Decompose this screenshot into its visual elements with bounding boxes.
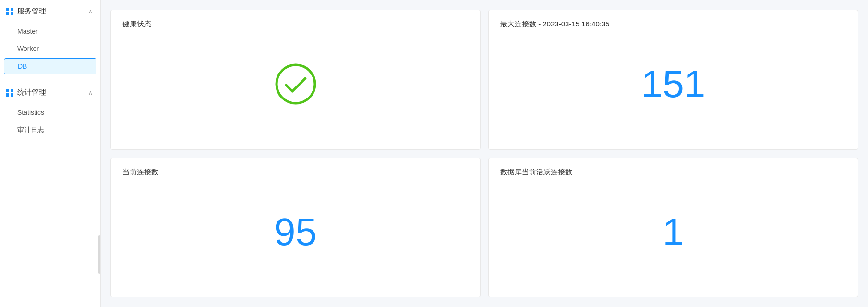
health-status-card: 健康状态 [110, 10, 481, 150]
sidebar-item-worker-label: Worker [17, 45, 39, 52]
sidebar-item-db-label: DB [18, 62, 27, 70]
sidebar-group-stats[interactable]: 统计管理 ∧ [0, 81, 100, 104]
grid-icon [6, 8, 13, 15]
current-connections-title: 当前连接数 [122, 168, 469, 177]
chevron-up-icon: ∧ [88, 8, 93, 15]
sidebar-item-statistics[interactable]: Statistics [0, 104, 100, 121]
sidebar-item-master-label: Master [17, 27, 38, 35]
chevron-up-icon-stats: ∧ [88, 89, 93, 96]
sidebar-item-audit-log[interactable]: 审计日志 [0, 121, 100, 139]
scrollbar-track[interactable] [98, 235, 100, 274]
sidebar-group-stats-label: 统计管理 [17, 88, 46, 97]
health-check-icon [274, 62, 317, 106]
current-connections-card: 当前连接数 95 [110, 158, 481, 298]
max-connections-title: 最大连接数 - 2023-03-15 16:40:35 [500, 20, 846, 29]
sidebar-item-master[interactable]: Master [0, 23, 100, 40]
sidebar-group-service[interactable]: 服务管理 ∧ [0, 0, 100, 23]
current-connections-value: 95 [122, 177, 469, 288]
max-connections-value: 151 [500, 29, 846, 140]
max-connections-card: 最大连接数 - 2023-03-15 16:40:35 151 [488, 10, 858, 150]
sidebar-group-service-label: 服务管理 [17, 7, 46, 16]
max-connections-timestamp-sep: - [538, 20, 542, 28]
health-icon-container [274, 29, 317, 140]
cards-grid: 健康状态 最大连接数 - 2023-03-15 16:40:35 151 当前连… [110, 10, 858, 297]
grid-icon-stats [6, 89, 13, 97]
db-active-connections-card: 数据库当前活跃连接数 1 [488, 158, 858, 298]
main-content: 健康状态 最大连接数 - 2023-03-15 16:40:35 151 当前连… [101, 0, 868, 307]
max-connections-timestamp: 2023-03-15 16:40:35 [542, 20, 609, 28]
sidebar-item-worker[interactable]: Worker [0, 40, 100, 57]
sidebar-item-audit-log-label: 审计日志 [17, 126, 44, 134]
sidebar-item-statistics-label: Statistics [17, 109, 44, 116]
svg-point-0 [277, 65, 315, 103]
health-status-title: 健康状态 [122, 20, 151, 29]
db-active-connections-value: 1 [500, 177, 846, 288]
sidebar-item-db[interactable]: DB [4, 58, 96, 74]
sidebar: 服务管理 ∧ Master Worker DB 统计管理 ∧ Statistic… [0, 0, 101, 307]
db-active-connections-title: 数据库当前活跃连接数 [500, 168, 846, 177]
